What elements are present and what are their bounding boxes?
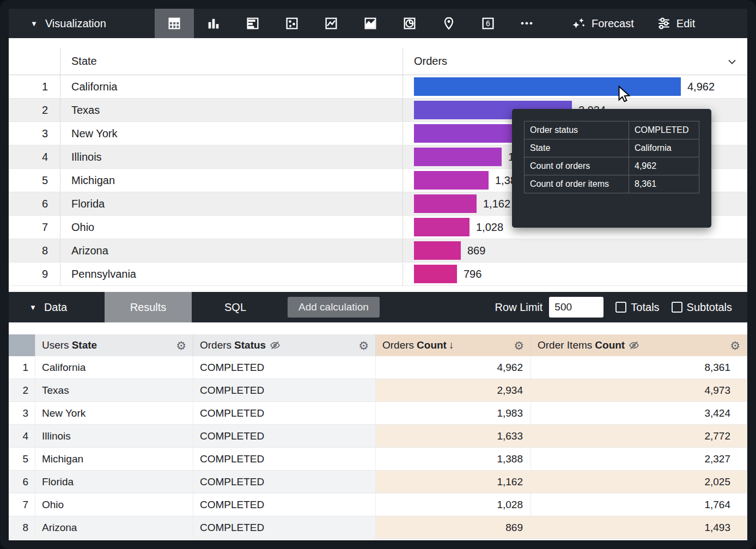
header-order-items-count[interactable]: Order Items Count ⚙ [531, 334, 747, 356]
cell-order-items-count[interactable]: 2,327 [531, 448, 747, 470]
cell-orders-count[interactable]: 1,028 [376, 493, 531, 516]
cell-orders-status[interactable]: COMPLETED [193, 493, 376, 516]
row-limit-input[interactable] [549, 297, 603, 318]
cell-orders-count[interactable]: 1,983 [376, 402, 531, 424]
gear-icon[interactable]: ⚙ [514, 340, 524, 351]
viz-type-line-chart-button[interactable] [312, 9, 351, 38]
forecast-button[interactable]: Forecast [572, 16, 634, 30]
tab-results[interactable]: Results [105, 292, 192, 322]
cell-order-items-count[interactable]: 2,025 [531, 471, 747, 493]
orders-bar[interactable] [414, 148, 502, 166]
data-section-toggle[interactable]: ▼ Data [9, 301, 105, 314]
cell-users-state[interactable]: Ohio [35, 493, 193, 516]
viz-type-single-value-button[interactable]: 6 [468, 9, 508, 38]
viz-row-state[interactable]: Michigan [60, 169, 403, 192]
cell-order-items-count[interactable]: 4,973 [531, 379, 747, 401]
viz-header-orders[interactable]: Orders [403, 48, 747, 75]
cell-orders-status[interactable]: COMPLETED [193, 448, 376, 470]
cell-orders-count[interactable]: 869 [376, 516, 531, 539]
row-number: 5 [9, 448, 35, 470]
orders-bar[interactable] [414, 265, 457, 283]
viz-row-state[interactable]: Illinois [60, 145, 403, 168]
chevron-down-icon[interactable] [725, 55, 739, 68]
cell-orders-count[interactable]: 1,633 [376, 425, 531, 447]
tooltip-label: State [525, 139, 629, 157]
viz-row-state[interactable]: New York [60, 122, 403, 145]
cell-order-items-count[interactable]: 8,361 [531, 356, 747, 379]
orders-bar[interactable] [414, 218, 470, 236]
cell-orders-status[interactable]: COMPLETED [193, 402, 376, 424]
subtotals-label: Subtotals [687, 301, 732, 314]
header-prefix: Users [42, 339, 69, 351]
cell-orders-count[interactable]: 1,388 [376, 448, 531, 470]
subtotals-checkbox[interactable] [672, 302, 682, 313]
viz-table-row: 1 California 4,962 [9, 75, 747, 99]
results-table-row: 6 Florida COMPLETED 1,162 2,025 [9, 471, 747, 493]
viz-header-state[interactable]: State [60, 48, 403, 75]
viz-row-state[interactable]: California [60, 75, 403, 98]
header-users-state[interactable]: Users State ⚙ [35, 334, 193, 356]
gear-icon[interactable]: ⚙ [176, 340, 186, 351]
cell-order-items-count[interactable]: 2,772 [531, 425, 747, 447]
results-table: Users State ⚙ Orders Status ⚙ Orders Cou… [9, 334, 747, 539]
cell-users-state[interactable]: Arizona [35, 516, 193, 539]
viz-row-orders-cell: 4,962 [403, 75, 747, 98]
viz-row-state[interactable]: Ohio [60, 216, 403, 239]
viz-type-more-button[interactable]: ••• [508, 9, 547, 38]
edit-sliders-icon [657, 16, 671, 30]
cell-orders-status[interactable]: COMPLETED [193, 471, 376, 493]
tooltip-row: Count of orders 4,962 [525, 157, 699, 175]
orders-bar[interactable] [414, 194, 477, 213]
orders-bar[interactable] [414, 77, 681, 96]
cell-order-items-count[interactable]: 3,424 [531, 402, 747, 424]
cell-users-state[interactable]: New York [35, 402, 193, 424]
gear-icon[interactable]: ⚙ [358, 340, 369, 351]
viz-type-bar-chart-button[interactable] [233, 9, 272, 38]
gear-icon[interactable]: ⚙ [730, 340, 740, 351]
header-orders-count[interactable]: Orders Count ↓ ⚙ [376, 334, 531, 356]
viz-row-state[interactable]: Arizona [60, 239, 403, 262]
cell-orders-count[interactable]: 4,962 [376, 356, 531, 379]
cell-users-state[interactable]: Michigan [35, 448, 193, 470]
row-number: 2 [9, 379, 35, 401]
cell-orders-count[interactable]: 1,162 [376, 471, 531, 493]
viz-row-state[interactable]: Florida [60, 192, 403, 215]
row-number: 1 [9, 356, 35, 379]
totals-checkbox[interactable] [615, 302, 626, 313]
cell-order-items-count[interactable]: 1,764 [531, 493, 747, 516]
orders-bar[interactable] [414, 171, 489, 190]
viz-row-state[interactable]: Texas [60, 99, 403, 121]
add-calculation-button[interactable]: Add calculation [288, 297, 380, 318]
viz-row-state[interactable]: Pennsylvania [60, 263, 403, 285]
results-table-row: 3 New York COMPLETED 1,983 3,424 [9, 402, 747, 425]
orders-bar[interactable] [414, 124, 521, 143]
cell-users-state[interactable]: Florida [35, 471, 193, 493]
map-pin-icon [441, 16, 456, 31]
viz-type-table-button[interactable] [155, 9, 194, 38]
cell-users-state[interactable]: California [35, 356, 193, 379]
sort-descending-icon[interactable]: ↓ [449, 339, 454, 351]
viz-row-rank: 3 [9, 122, 60, 145]
header-field: State [72, 339, 97, 351]
cell-users-state[interactable]: Illinois [35, 425, 193, 447]
cell-orders-status[interactable]: COMPLETED [193, 379, 376, 401]
cell-orders-status[interactable]: COMPLETED [193, 425, 376, 447]
viz-type-area-chart-button[interactable] [351, 9, 390, 38]
cell-orders-count[interactable]: 2,934 [376, 379, 531, 401]
tooltip-row: Order status COMPLETED [525, 121, 699, 139]
cell-order-items-count[interactable]: 1,493 [531, 516, 747, 539]
viz-type-pie-chart-button[interactable] [390, 9, 429, 38]
cell-orders-status[interactable]: COMPLETED [193, 356, 376, 379]
visualization-section-toggle[interactable]: ▼ Visualization [9, 17, 155, 30]
orders-bar-value: 4,962 [687, 81, 715, 93]
viz-type-column-chart-button[interactable] [194, 9, 233, 38]
viz-type-scatter-button[interactable] [272, 9, 312, 38]
tab-sql[interactable]: SQL [192, 292, 279, 322]
header-orders-status[interactable]: Orders Status ⚙ [193, 334, 376, 356]
orders-bar[interactable] [414, 241, 461, 260]
cell-users-state[interactable]: Texas [35, 379, 193, 401]
cell-orders-status[interactable]: COMPLETED [193, 516, 376, 539]
edit-button[interactable]: Edit [657, 16, 695, 30]
tooltip-row: State California [525, 139, 699, 157]
viz-type-map-button[interactable] [429, 9, 468, 38]
